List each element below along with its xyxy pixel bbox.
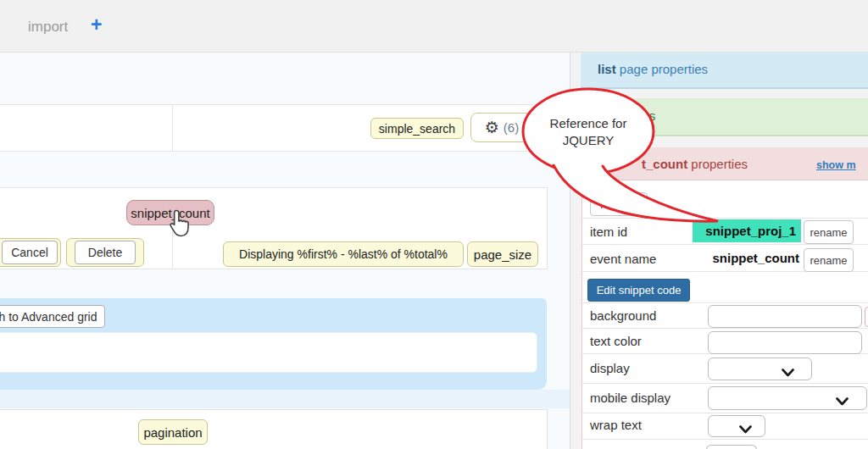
add-icon[interactable]: + bbox=[91, 14, 102, 36]
panel-header-count-rest: properties bbox=[691, 157, 748, 171]
form-row-wrap-text: wrap text bbox=[582, 413, 868, 440]
show-more-link[interactable]: show m bbox=[816, 159, 856, 171]
rename-item-id-button[interactable]: rename bbox=[804, 220, 854, 244]
edit-snippet-code-button[interactable]: Edit snippet code bbox=[587, 279, 690, 302]
canvas-row-search: simple_search ⚙ (6) bbox=[0, 104, 548, 152]
chevron-down-icon bbox=[782, 365, 794, 380]
cursor-icon bbox=[168, 209, 191, 241]
panel-header-page[interactable]: list page properties bbox=[581, 53, 868, 89]
display-label: display bbox=[590, 361, 630, 375]
gear-icon: ⚙ bbox=[485, 119, 499, 136]
item-id-label: item id bbox=[590, 224, 627, 239]
builder-canvas: simple_search ⚙ (6) snippet_count Cancel… bbox=[0, 53, 570, 449]
panel-header-page-bold: list bbox=[598, 62, 616, 76]
top-toolbar: import + bbox=[0, 0, 868, 53]
settings-count: (6) bbox=[504, 120, 519, 135]
event-name-value: snippet_count bbox=[689, 251, 799, 265]
wrap-text-select[interactable] bbox=[708, 415, 765, 437]
form-row-mobile-display: mobile display bbox=[582, 383, 868, 413]
background-label: background bbox=[590, 308, 656, 323]
import-menu[interactable]: import bbox=[28, 19, 68, 36]
widget-page-size[interactable]: page_size bbox=[467, 241, 538, 267]
panel-header-page-rest: page properties bbox=[620, 62, 708, 76]
widget-cancel-wrap: Cancel bbox=[0, 238, 61, 267]
panel-header-count[interactable]: t_count properties show m bbox=[581, 147, 868, 180]
form-row-partial bbox=[582, 439, 868, 449]
cell-divider bbox=[172, 105, 173, 151]
chevron-down-icon bbox=[836, 394, 849, 409]
item-id-value: snippet_proj_1 bbox=[693, 219, 801, 242]
app-window: import + simple_search ⚙ (6) snippet_cou… bbox=[0, 0, 868, 449]
panel-header-green-label: rties bbox=[632, 108, 655, 123]
background-input[interactable] bbox=[708, 305, 862, 328]
mobile-display-select[interactable] bbox=[708, 386, 867, 410]
form-row-text-color: text color bbox=[582, 328, 868, 354]
panel-header-green[interactable]: rties bbox=[581, 98, 868, 136]
color-swatch-cutoff[interactable] bbox=[865, 307, 868, 327]
partial-control-cutoff[interactable] bbox=[706, 445, 757, 449]
widget-pagination[interactable]: pagination bbox=[138, 419, 208, 445]
event-name-label: event name bbox=[590, 252, 656, 266]
text-color-label: text color bbox=[590, 334, 642, 348]
canvas-row-pager: Cancel Delete Displaying %first% - %last… bbox=[0, 230, 548, 269]
widget-delete-wrap: Delete bbox=[66, 238, 144, 267]
switch-advanced-grid-button[interactable]: ch to Advanced grid bbox=[0, 305, 105, 328]
delete-button[interactable]: Delete bbox=[75, 241, 136, 264]
display-select[interactable] bbox=[708, 358, 812, 380]
text-color-input[interactable] bbox=[708, 331, 862, 354]
canvas-row-snippet: snippet_count bbox=[0, 187, 548, 231]
cancel-button[interactable]: Cancel bbox=[2, 241, 58, 264]
remove-button[interactable]: remove bbox=[590, 192, 648, 216]
properties-form: remove item id snippet_proj_1 rename eve… bbox=[581, 180, 868, 449]
widget-simple-search[interactable]: simple_search bbox=[370, 118, 464, 139]
grid-footer-strip bbox=[0, 390, 570, 408]
form-row-display: display bbox=[582, 353, 868, 384]
form-row-event-name: event name snippet_count rename bbox=[582, 244, 868, 272]
widget-displaying[interactable]: Displaying %first% - %last% of %total% bbox=[223, 241, 464, 267]
settings-button[interactable]: ⚙ (6) bbox=[470, 113, 533, 142]
form-row-remove: remove bbox=[582, 180, 868, 219]
form-row-item-id: item id snippet_proj_1 rename bbox=[582, 218, 868, 245]
grid-inner-box[interactable] bbox=[0, 332, 537, 373]
wrap-text-label: wrap text bbox=[590, 418, 642, 432]
form-row-edit-snippet: Edit snippet code bbox=[582, 271, 868, 303]
canvas-row-pagination: pagination bbox=[0, 409, 548, 449]
chevron-down-icon bbox=[739, 422, 752, 437]
rename-event-button[interactable]: rename bbox=[804, 248, 854, 272]
grid-section: ch to Advanced grid bbox=[0, 298, 547, 390]
panel-header-count-bold: t_count bbox=[642, 157, 687, 171]
form-row-background: background bbox=[582, 302, 868, 329]
mobile-display-label: mobile display bbox=[590, 391, 670, 405]
